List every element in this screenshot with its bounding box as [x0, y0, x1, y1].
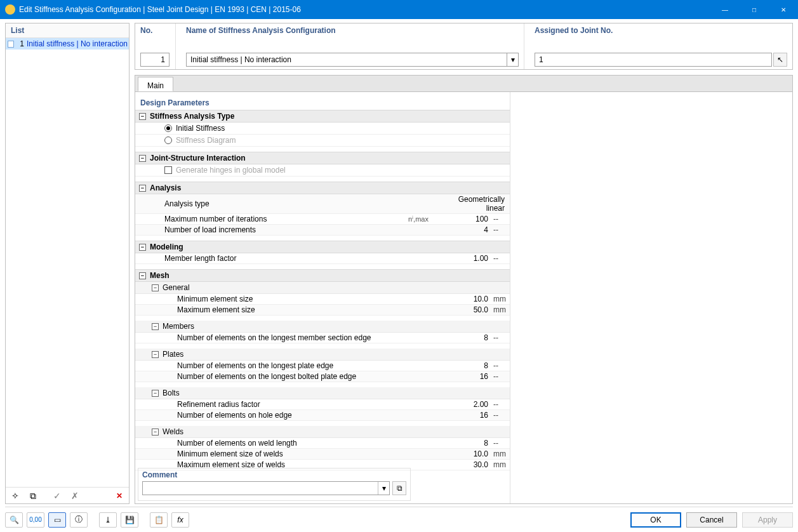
param-label: Analysis type: [135, 199, 408, 208]
design-parameters-header: Design Parameters: [135, 96, 510, 110]
collapse-icon[interactable]: −: [139, 272, 146, 279]
collapse-icon[interactable]: −: [139, 244, 146, 251]
param-value: 100: [453, 215, 491, 223]
param-unit: --: [491, 225, 510, 234]
minimize-button[interactable]: —: [710, 0, 740, 19]
group-mesh[interactable]: − Mesh: [135, 269, 510, 282]
subgroup-mesh-plates[interactable]: − Plates: [135, 349, 510, 361]
param-member-section-edge-elements[interactable]: Number of elements on the longest member…: [135, 333, 510, 343]
copy-icon: 📋: [154, 515, 164, 524]
param-label: Member length factor: [135, 254, 408, 263]
param-value: 4: [453, 225, 491, 234]
app-icon: [5, 4, 15, 15]
comment-panel: Comment ▾ ⧉: [138, 468, 411, 501]
param-weld-min-element-size[interactable]: Minimum element size of welds 10.0 mm: [135, 449, 510, 460]
include-button[interactable]: ✓: [50, 489, 64, 502]
duplicate-item-button[interactable]: ⧉: [26, 489, 40, 502]
assigned-label: Assigned to Joint No.: [535, 26, 787, 39]
collapse-icon[interactable]: −: [139, 113, 146, 120]
param-label: Number of elements on hole edge: [135, 411, 408, 420]
units-icon: 0,00: [29, 516, 41, 523]
subgroup-mesh-welds[interactable]: − Welds: [135, 426, 510, 438]
group-joint-interaction[interactable]: − Joint-Structure Interaction: [135, 152, 510, 164]
footer-tool-units[interactable]: 0,00: [27, 512, 44, 528]
collapse-icon[interactable]: −: [152, 429, 159, 436]
option-initial-stiffness[interactable]: Initial Stiffness: [135, 123, 510, 135]
checkbox-icon: [164, 166, 172, 174]
exclude-button[interactable]: ✗: [68, 489, 82, 502]
maximize-button[interactable]: □: [740, 0, 769, 19]
minimize-icon: —: [722, 6, 728, 13]
collapse-icon[interactable]: −: [152, 284, 159, 291]
preview-area: [510, 92, 792, 503]
config-name-dropdown-button[interactable]: ▾: [507, 53, 519, 67]
comment-input[interactable]: [143, 482, 378, 495]
maximize-icon: □: [752, 6, 756, 13]
param-hole-edge-elements[interactable]: Number of elements on hole edge 16 --: [135, 410, 510, 421]
tab-main[interactable]: Main: [138, 77, 173, 91]
footer-tool-import[interactable]: ⤓: [99, 512, 117, 528]
param-unit: mm: [491, 460, 510, 469]
assigned-joint-input[interactable]: [535, 53, 772, 67]
comment-dropdown-button[interactable]: ▾: [378, 482, 389, 495]
config-name-input[interactable]: [186, 53, 507, 67]
collapse-icon[interactable]: −: [152, 390, 159, 397]
radio-icon: [164, 124, 172, 132]
footer-tool-copy[interactable]: 📋: [150, 512, 168, 528]
ok-button[interactable]: OK: [630, 512, 681, 528]
tabstrip: Main: [135, 76, 792, 92]
param-label: Maximum number of iterations: [135, 215, 408, 223]
apply-button[interactable]: Apply: [742, 512, 793, 528]
collapse-icon[interactable]: −: [139, 155, 146, 162]
param-load-increments[interactable]: Number of load increments 4 --: [135, 225, 510, 236]
subgroup-mesh-general[interactable]: − General: [135, 282, 510, 294]
option-stiffness-diagram[interactable]: Stiffness Diagram: [135, 135, 510, 147]
param-unit: --: [491, 411, 510, 420]
chevron-down-icon: ▾: [382, 484, 386, 493]
footer: 🔍 0,00 ▭ ⓘ ⤓ 💾 📋 fx OK Cancel Apply: [5, 507, 793, 528]
cancel-button[interactable]: Cancel: [686, 512, 737, 528]
param-analysis-type[interactable]: Analysis type Geometrically linear: [135, 194, 510, 214]
close-button[interactable]: ✕: [769, 0, 798, 19]
config-number-input[interactable]: [140, 53, 170, 67]
param-value: 8: [453, 333, 491, 342]
param-weld-length-elements[interactable]: Number of elements on weld length 8 --: [135, 438, 510, 449]
cancel-label: Cancel: [700, 515, 723, 524]
group-analysis[interactable]: − Analysis: [135, 182, 510, 194]
comment-edit-button[interactable]: ⧉: [392, 481, 406, 495]
collapse-icon[interactable]: −: [152, 323, 159, 330]
new-item-button[interactable]: ✧: [8, 489, 22, 502]
param-value: 2.00: [453, 400, 491, 409]
param-value: 10.0: [453, 295, 491, 303]
apply-label: Apply: [758, 515, 777, 524]
pick-joint-button[interactable]: ↖: [773, 53, 787, 67]
param-bolted-plate-edge-elements[interactable]: Number of elements on the longest bolted…: [135, 371, 510, 382]
footer-tool-fx[interactable]: fx: [171, 512, 189, 528]
param-refinement-radius[interactable]: Refinement radius factor 2.00 --: [135, 399, 510, 410]
view-icon: ▭: [54, 515, 61, 524]
param-min-element-size[interactable]: Minimum element size 10.0 mm: [135, 294, 510, 305]
footer-tool-help[interactable]: 🔍: [5, 512, 23, 528]
config-header-panel: No. Name of Stiffness Analysis Configura…: [135, 23, 793, 70]
collapse-icon[interactable]: −: [152, 351, 159, 358]
footer-tool-view[interactable]: ▭: [48, 512, 66, 528]
param-plate-edge-elements[interactable]: Number of elements on the longest plate …: [135, 361, 510, 371]
footer-tool-info[interactable]: ⓘ: [70, 512, 88, 528]
list-item[interactable]: 1 Initial stiffness | No interaction: [6, 38, 129, 50]
param-member-length-factor[interactable]: Member length factor 1.00 --: [135, 253, 510, 264]
param-max-iterations[interactable]: Maximum number of iterations nⁱ,max 100 …: [135, 214, 510, 225]
param-unit: --: [491, 361, 510, 370]
window-title: Edit Stiffness Analysis Configuration | …: [19, 5, 301, 14]
subgroup-mesh-members[interactable]: − Members: [135, 321, 510, 333]
group-modeling[interactable]: − Modeling: [135, 241, 510, 253]
subgroup-mesh-bolts[interactable]: − Bolts: [135, 387, 510, 399]
window-controls: — □ ✕: [710, 0, 798, 19]
checkbox-generate-hinges[interactable]: Generate hinges in global model: [135, 164, 510, 176]
collapse-icon[interactable]: −: [139, 185, 146, 192]
group-stiffness-type[interactable]: − Stiffness Analysis Type: [135, 110, 510, 123]
param-value: 1.00: [453, 254, 491, 263]
delete-item-button[interactable]: ✕: [112, 489, 126, 502]
footer-tool-save[interactable]: 💾: [121, 512, 138, 528]
param-unit: --: [491, 400, 510, 409]
param-max-element-size[interactable]: Maximum element size 50.0 mm: [135, 305, 510, 316]
